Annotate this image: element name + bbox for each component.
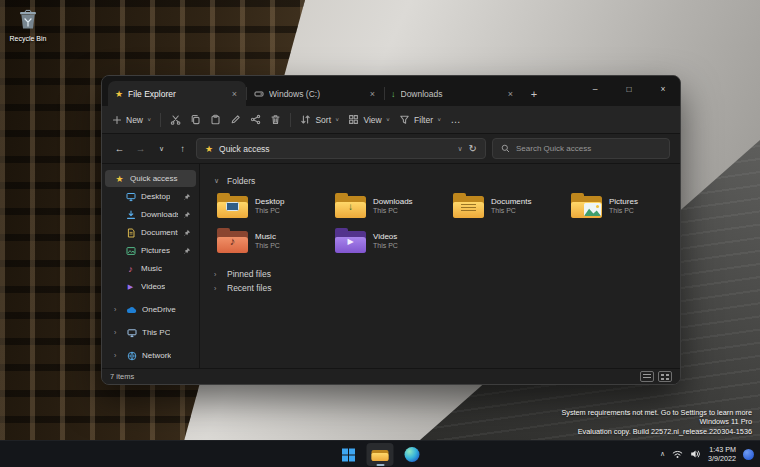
recycle-bin-icon [17, 8, 39, 30]
notification-bell-badge[interactable] [743, 449, 754, 460]
computer-icon [126, 328, 137, 338]
tab-strip: ★ File Explorer × Windows (C:) × ↓ Downl… [102, 76, 680, 106]
pin-icon [183, 211, 191, 219]
folder-tile-desktop[interactable]: Desktop This PC [217, 193, 335, 218]
back-button[interactable]: ← [112, 143, 127, 154]
toolbar-divider [290, 113, 291, 127]
tab-close-icon[interactable]: × [230, 89, 239, 99]
address-dropdown-icon[interactable]: ∨ [457, 145, 462, 153]
documents-folder-icon [453, 193, 484, 218]
new-button[interactable]: New ∨ [112, 115, 151, 125]
folders-section-header[interactable]: ∨ Folders [214, 176, 680, 186]
taskbar-edge-button[interactable] [399, 443, 426, 466]
folder-tile-documents[interactable]: Documents This PC [453, 193, 571, 218]
music-note-icon: ♪ [125, 264, 136, 274]
network-icon[interactable] [672, 449, 683, 459]
recent-locations-button[interactable]: ∨ [154, 145, 169, 153]
chevron-down-icon: ∨ [386, 117, 390, 123]
star-icon: ★ [114, 174, 125, 184]
paste-icon[interactable] [210, 114, 221, 125]
recent-files-section-header[interactable]: › Recent files [214, 283, 680, 293]
forward-button[interactable]: → [133, 143, 148, 154]
start-button[interactable] [335, 443, 362, 466]
file-explorer-window: ★ File Explorer × Windows (C:) × ↓ Downl… [101, 75, 681, 385]
quick-access-star-icon: ★ [205, 144, 213, 154]
volume-icon[interactable] [690, 449, 701, 459]
sidebar-item-onedrive[interactable]: › OneDrive [105, 301, 196, 318]
delete-icon[interactable] [270, 114, 281, 125]
drive-icon [253, 89, 264, 99]
desktop-folder-icon [217, 193, 248, 218]
sidebar-item-network[interactable]: › Network [105, 347, 196, 364]
chevron-right-icon[interactable]: › [114, 329, 121, 336]
tab-label: Downloads [401, 89, 501, 99]
taskbar-clock[interactable]: 1:43 PM 3/9/2022 [708, 445, 736, 463]
folder-tile-videos[interactable]: ▶ Videos This PC [335, 228, 453, 253]
sidebar-item-desktop[interactable]: Desktop [105, 188, 196, 205]
search-icon [501, 144, 510, 153]
maximize-button[interactable]: □ [612, 76, 646, 102]
sidebar-item-downloads[interactable]: Downloads [105, 206, 196, 223]
onedrive-cloud-icon [126, 306, 137, 314]
sidebar-item-music[interactable]: ♪ Music [105, 260, 196, 277]
search-input[interactable] [516, 144, 661, 153]
chevron-right-icon[interactable]: › [114, 352, 121, 359]
address-row: ← → ∨ ↑ ★ Quick access ∨ ↻ [102, 134, 680, 164]
chevron-down-icon: ∨ [214, 177, 221, 185]
sort-button[interactable]: Sort ∨ [300, 114, 339, 125]
search-box[interactable] [492, 138, 670, 159]
edge-browser-icon [405, 447, 420, 462]
copy-icon[interactable] [190, 114, 201, 125]
filter-button[interactable]: Filter ∨ [399, 114, 441, 125]
item-count: 7 items [110, 372, 134, 381]
tray-overflow-chevron-icon[interactable]: ∧ [660, 450, 665, 458]
sidebar-item-this-pc[interactable]: › This PC [105, 324, 196, 341]
sort-icon [300, 114, 311, 125]
sidebar-item-videos[interactable]: ▶ Videos [105, 278, 196, 295]
pinned-files-section-header[interactable]: › Pinned files [214, 269, 680, 279]
tab-close-icon[interactable]: × [368, 89, 377, 99]
file-explorer-icon [372, 448, 389, 461]
cut-icon[interactable] [170, 114, 181, 125]
icons-view-toggle[interactable] [658, 371, 672, 382]
evaluation-watermark: System requirements not met. Go to Setti… [561, 408, 752, 437]
videos-folder-icon: ▶ [335, 228, 366, 253]
new-button-label: New [126, 115, 143, 125]
share-icon[interactable] [250, 114, 261, 125]
rename-icon[interactable] [230, 114, 241, 125]
windows-logo-icon [341, 448, 355, 462]
filter-icon [399, 114, 410, 125]
up-button[interactable]: ↑ [175, 143, 190, 154]
view-button[interactable]: View ∨ [348, 114, 390, 125]
recycle-bin[interactable]: Recycle Bin [6, 8, 50, 42]
see-more-button[interactable]: … [450, 114, 461, 125]
navigation-pane: ★ Quick access Desktop Downloads [102, 164, 200, 368]
new-tab-button[interactable]: + [522, 81, 546, 106]
taskbar-file-explorer-button[interactable] [367, 443, 394, 466]
sidebar-item-quick-access[interactable]: ★ Quick access [105, 170, 196, 187]
tab-windows-c[interactable]: Windows (C:) × [246, 81, 384, 106]
system-tray: ∧ 1:43 PM 3/9/2022 [660, 441, 754, 467]
quick-access-star-icon: ★ [115, 89, 123, 99]
minimize-button[interactable]: – [578, 76, 612, 102]
close-button[interactable]: × [646, 76, 680, 102]
tab-file-explorer[interactable]: ★ File Explorer × [108, 81, 246, 106]
address-bar[interactable]: ★ Quick access ∨ ↻ [196, 138, 486, 159]
filter-button-label: Filter [414, 115, 433, 125]
sidebar-item-documents[interactable]: Documents [105, 224, 196, 241]
folder-tile-pictures[interactable]: Pictures This PC [571, 193, 680, 218]
pictures-folder-icon [571, 193, 602, 218]
chevron-right-icon[interactable]: › [114, 306, 121, 313]
tab-close-icon[interactable]: × [506, 89, 515, 99]
plus-icon [112, 115, 122, 125]
tab-downloads[interactable]: ↓ Downloads × [384, 81, 522, 106]
toolbar-divider [160, 113, 161, 127]
sidebar-item-pictures[interactable]: Pictures [105, 242, 196, 259]
downloads-folder-icon: ↓ [335, 193, 366, 218]
downloads-icon: ↓ [391, 89, 396, 99]
music-folder-icon: ♪ [217, 228, 248, 253]
folder-tile-downloads[interactable]: ↓ Downloads This PC [335, 193, 453, 218]
folder-tile-music[interactable]: ♪ Music This PC [217, 228, 335, 253]
details-view-toggle[interactable] [640, 371, 654, 382]
refresh-button[interactable]: ↻ [469, 143, 477, 154]
